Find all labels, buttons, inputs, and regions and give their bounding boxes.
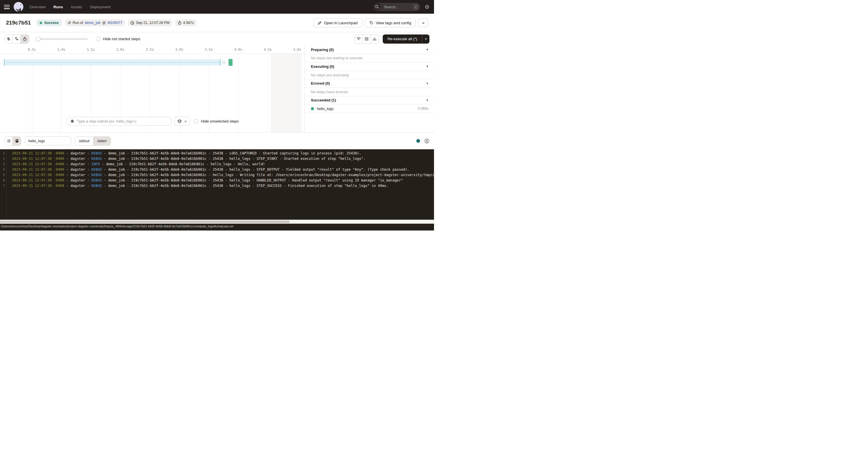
reexecute-caret-button[interactable]: ▾ <box>422 34 429 43</box>
log-level: INFO <box>91 162 100 166</box>
search-shortcut-badge: / <box>413 4 418 10</box>
run-of-pill: ↺ Run of demo_job @ 4f105077 <box>65 19 125 26</box>
panel-top-icon <box>372 37 377 41</box>
log-line: 2023-09-21 12:07:30 -0400 - dagster - DE… <box>12 173 434 178</box>
collapse-caret-icon[interactable]: ▼ <box>426 82 429 85</box>
step-start-marker[interactable] <box>222 61 225 64</box>
waterfall-view-button[interactable] <box>13 35 21 43</box>
nav-item-deployment[interactable]: Deployment <box>90 5 111 9</box>
log-line: 2023-09-21 12:07:30 -0400 - dagster - DE… <box>12 183 434 189</box>
more-run-actions-button[interactable] <box>418 18 428 27</box>
log-view-toggle-group <box>5 136 21 146</box>
download-logs-button[interactable] <box>424 139 429 144</box>
collapse-caret-icon[interactable]: ▼ <box>426 65 429 68</box>
open-in-launchpad-button[interactable]: Open in Launchpad <box>313 18 362 27</box>
gantt-axis-divider <box>0 54 304 54</box>
log-line-number: 7 <box>0 183 5 189</box>
nav-item-assets[interactable]: Assets <box>71 5 82 9</box>
status-bar: /Users/erincochran/Desktop/dagster-examp… <box>0 224 434 230</box>
gantt-zoom-slider[interactable] <box>36 36 88 41</box>
status-label: Success <box>44 21 59 25</box>
started-time: Sep 21, 12:07:26 PM <box>136 21 169 25</box>
log-level: DEBUG <box>91 167 102 172</box>
structured-log-button[interactable] <box>5 137 13 145</box>
horizontal-scrollbar[interactable] <box>0 220 434 224</box>
axis-tick-label: 2.0s <box>116 48 124 52</box>
hide-not-started-checkbox[interactable]: Hide not started steps <box>96 37 140 41</box>
structured-list-icon <box>6 139 11 143</box>
nav-item-runs[interactable]: Runs <box>53 5 63 9</box>
waiting-band[interactable] <box>4 59 221 65</box>
empty-message: No steps are waiting to execute <box>311 56 363 60</box>
axis-tick-label: 3.5s <box>205 48 213 52</box>
panel-section-header[interactable]: Errored (0)▼ <box>305 79 434 88</box>
nav-item-overview[interactable]: Overview <box>30 5 45 9</box>
checkbox-box[interactable] <box>96 37 100 41</box>
panel-layout-group <box>354 34 379 43</box>
log-line: 2023-09-21 12:07:30 -0400 - dagster - DE… <box>12 178 434 183</box>
layers-icon <box>177 119 182 124</box>
log-viewer[interactable]: 1234567 2023-09-21 12:07:30 -0400 - dags… <box>0 149 434 220</box>
status-badge: Success <box>36 19 62 26</box>
graph-zoom-button[interactable] <box>175 117 190 126</box>
reexecute-all-button[interactable]: Re-execute all (*) ▾ <box>383 34 429 43</box>
log-level: DEBUG <box>91 151 102 155</box>
empty-message: No steps are executing <box>311 73 349 77</box>
log-section: stdoutstderr 1234567 2023-09-21 12:07:30… <box>0 132 434 220</box>
view-tags-config-button[interactable]: View tags and config <box>365 18 416 27</box>
slider-knob[interactable] <box>36 36 40 41</box>
gantt-footer-controls: Type a step subset (ex: hello_logs+)Hide… <box>66 117 239 126</box>
step-status-panel: Preparing (0)▼No steps are waiting to ex… <box>304 45 434 132</box>
dagster-logo[interactable] <box>14 2 23 12</box>
log-timestamp: 2023-09-21 12:07:30 -0400 <box>12 173 64 177</box>
log-filter-input[interactable] <box>25 136 71 145</box>
log-line-number: 1 <box>0 151 5 156</box>
stopwatch-icon <box>23 37 27 41</box>
collapse-bottom-button[interactable] <box>355 35 363 43</box>
collapse-caret-icon[interactable]: ▼ <box>426 48 429 51</box>
log-timestamp: 2023-09-21 12:07:30 -0400 <box>12 151 64 155</box>
log-line-number: 4 <box>0 167 5 173</box>
op-selector-icon <box>70 119 74 123</box>
duration-value: 4.567s <box>183 21 194 25</box>
collapse-caret-icon[interactable]: ▼ <box>426 99 429 102</box>
panel-section-header[interactable]: Succeeded (1)▼ <box>305 96 434 105</box>
axis-tick-label: 4.5s <box>264 48 272 52</box>
scrollbar-thumb[interactable] <box>0 220 290 223</box>
gear-icon[interactable]: ⚙ <box>425 4 429 10</box>
gantt-canvas[interactable]: 0.5s1.0s1.5s2.0s2.5s3.0s3.5s4.0s4.5s5.0s… <box>0 45 304 132</box>
gantt-step-bar[interactable] <box>228 59 232 66</box>
tag-icon <box>369 21 373 25</box>
log-timestamp: 2023-09-21 12:07:30 -0400 <box>12 184 64 188</box>
panel-step-row[interactable]: hello_logs0.065s <box>305 104 434 113</box>
snapshot-link[interactable]: 4f105077 <box>107 21 122 25</box>
chevron-down-icon <box>422 21 425 25</box>
log-line-number: 6 <box>0 178 5 183</box>
axis-tick-label: 5.0s <box>293 48 301 52</box>
search-input[interactable]: Search... / <box>373 3 420 11</box>
expand-top-button[interactable] <box>371 35 379 43</box>
raw-log-button[interactable] <box>13 137 21 145</box>
stdout-tab[interactable]: stdout <box>75 137 93 145</box>
run-id-title: 219c7b51 <box>6 20 31 26</box>
waterfall-icon <box>14 37 19 41</box>
run-of-prefix: Run of <box>73 21 83 25</box>
hide-unselected-checkbox[interactable]: Hide unselected steps <box>194 119 239 123</box>
section-title: Succeeded (1) <box>311 98 336 102</box>
duration-view-button[interactable] <box>21 35 29 43</box>
search-placeholder: Search... <box>384 5 399 9</box>
log-timestamp: 2023-09-21 12:07:30 -0400 <box>12 162 64 166</box>
panel-section-header[interactable]: Executing (0)▼ <box>305 62 434 71</box>
step-subset-placeholder: Type a step subset (ex: hello_logs+) <box>77 119 136 123</box>
step-subset-input[interactable]: Type a step subset (ex: hello_logs+) <box>66 117 172 126</box>
panel-section-header[interactable]: Preparing (0)▼ <box>305 45 434 54</box>
job-link[interactable]: demo_job <box>85 21 101 25</box>
hamburger-icon[interactable] <box>4 5 10 9</box>
split-view-button[interactable] <box>363 35 371 43</box>
empty-message: No steps have errored <box>311 90 348 94</box>
flat-view-button[interactable] <box>5 35 13 43</box>
compute-log-path: /Users/erincochran/Desktop/dagster-examp… <box>1 224 234 228</box>
checkbox-box[interactable] <box>194 119 198 123</box>
stderr-tab[interactable]: stderr <box>93 137 111 145</box>
log-level: DEBUG <box>91 184 102 188</box>
